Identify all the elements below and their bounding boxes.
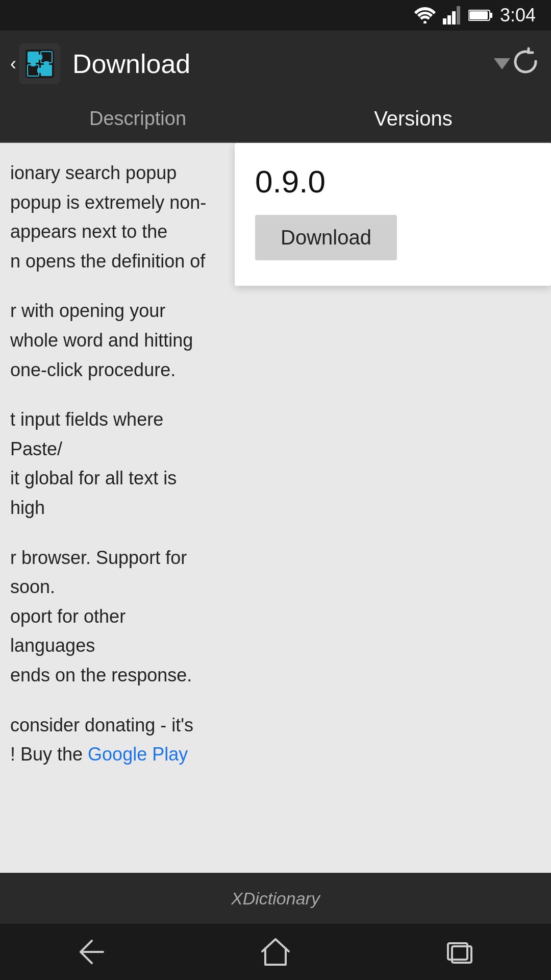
svg-rect-11 bbox=[28, 65, 39, 76]
svg-rect-15 bbox=[44, 61, 49, 66]
header-title: Download bbox=[72, 48, 489, 79]
nav-back-button[interactable] bbox=[77, 939, 107, 965]
nav-back-icon bbox=[77, 939, 107, 965]
svg-rect-16 bbox=[37, 68, 42, 73]
battery-icon bbox=[468, 8, 493, 22]
puzzle-icon bbox=[23, 47, 56, 80]
main-content: ionary search popuppopup is extremely no… bbox=[0, 143, 551, 873]
description-area: ionary search popuppopup is extremely no… bbox=[0, 143, 214, 805]
version-number: 0.9.0 bbox=[255, 163, 531, 200]
nav-home-button[interactable] bbox=[260, 937, 291, 967]
desc-para-2: r with opening yourwhole word and hittin… bbox=[10, 296, 214, 384]
google-play-link[interactable]: Google Play bbox=[88, 744, 188, 765]
back-arrow-icon: ‹ bbox=[10, 53, 16, 75]
svg-rect-6 bbox=[490, 13, 492, 18]
status-time: 3:04 bbox=[500, 5, 536, 26]
refresh-icon bbox=[510, 46, 541, 77]
dropdown-arrow-icon bbox=[494, 58, 510, 69]
status-bar: 3:04 bbox=[0, 0, 551, 31]
nav-bar bbox=[0, 924, 551, 980]
download-button[interactable]: Download bbox=[255, 215, 397, 260]
svg-rect-12 bbox=[41, 65, 52, 76]
app-icon bbox=[19, 43, 60, 84]
svg-rect-1 bbox=[443, 18, 446, 24]
status-icons: 3:04 bbox=[414, 5, 536, 26]
desc-para-4: r browser. Support forsoon.oport for oth… bbox=[10, 543, 214, 690]
app-name-label: XDictionary bbox=[231, 889, 320, 909]
desc-para-1: ionary search popuppopup is extremely no… bbox=[10, 158, 214, 276]
tab-description[interactable]: Description bbox=[0, 97, 276, 142]
nav-recents-icon bbox=[444, 939, 474, 965]
versions-card: 0.9.0 Download bbox=[235, 143, 551, 286]
svg-rect-7 bbox=[469, 11, 488, 19]
nav-recents-button[interactable] bbox=[444, 939, 474, 965]
svg-rect-13 bbox=[37, 55, 42, 60]
app-header: ‹ Download bbox=[0, 31, 551, 97]
wifi-icon bbox=[414, 7, 436, 23]
svg-rect-9 bbox=[28, 52, 39, 63]
svg-rect-14 bbox=[31, 61, 36, 66]
back-button[interactable]: ‹ bbox=[10, 43, 60, 84]
tab-versions[interactable]: Versions bbox=[276, 97, 551, 142]
desc-para-5: consider donating - it's! Buy the Google… bbox=[10, 710, 214, 769]
bottom-label-bar: XDictionary bbox=[0, 873, 551, 924]
svg-point-0 bbox=[423, 21, 427, 23]
svg-rect-3 bbox=[452, 11, 456, 24]
desc-para-3: t input fields where Paste/it global for… bbox=[10, 405, 214, 522]
nav-home-icon bbox=[260, 937, 291, 967]
signal-icon bbox=[443, 6, 461, 24]
svg-rect-4 bbox=[457, 6, 460, 24]
svg-rect-10 bbox=[41, 52, 52, 63]
svg-rect-2 bbox=[447, 15, 451, 24]
refresh-button[interactable] bbox=[510, 46, 541, 82]
tab-bar: Description Versions bbox=[0, 97, 551, 143]
